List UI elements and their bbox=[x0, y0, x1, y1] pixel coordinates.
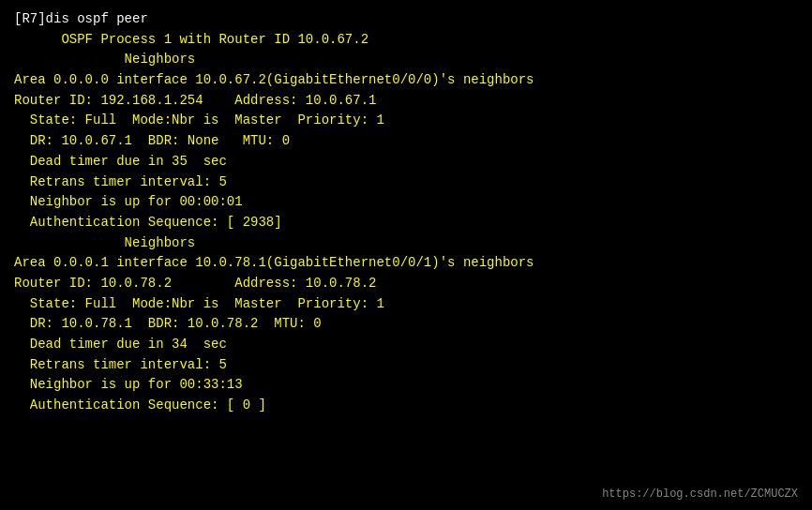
terminal-line-dead2: Dead timer due in 34 sec bbox=[14, 335, 798, 355]
terminal-line-router1: Router ID: 192.168.1.254 Address: 10.0.6… bbox=[14, 91, 798, 112]
terminal-line-process: OSPF Process 1 with Router ID 10.0.67.2 bbox=[14, 30, 798, 51]
watermark: https://blog.csdn.net/ZCMUCZX bbox=[602, 488, 798, 501]
terminal-line-retrans1: Retrans timer interval: 5 bbox=[14, 172, 798, 193]
terminal-window: [R7]dis ospf peer OSPF Process 1 with Ro… bbox=[0, 0, 812, 510]
terminal-line-dead1: Dead timer due in 35 sec bbox=[14, 152, 798, 172]
terminal-line-state1: State: Full Mode:Nbr is Master Priority:… bbox=[14, 111, 798, 131]
terminal-content: [R7]dis ospf peer OSPF Process 1 with Ro… bbox=[14, 9, 798, 416]
terminal-line-neighbors2: Neighbors bbox=[14, 233, 798, 254]
terminal-line-area1: Area 0.0.0.0 interface 10.0.67.2(Gigabit… bbox=[14, 70, 798, 91]
terminal-line-retrans2: Retrans timer interval: 5 bbox=[14, 355, 798, 376]
terminal-line-area2: Area 0.0.0.1 interface 10.0.78.1(Gigabit… bbox=[14, 253, 798, 274]
terminal-line-neighbors1: Neighbors bbox=[14, 50, 798, 70]
terminal-line-auth2: Authentication Sequence: [ 0 ] bbox=[14, 396, 798, 416]
terminal-line-dr1: DR: 10.0.67.1 BDR: None MTU: 0 bbox=[14, 131, 798, 152]
terminal-line-state2: State: Full Mode:Nbr is Master Priority:… bbox=[14, 294, 798, 315]
terminal-line-neighbor1: Neighbor is up for 00:00:01 bbox=[14, 192, 798, 213]
terminal-line-auth1: Authentication Sequence: [ 2938] bbox=[14, 213, 798, 233]
terminal-line-cmd: [R7]dis ospf peer bbox=[14, 9, 798, 30]
terminal-line-neighbor2: Neighbor is up for 00:33:13 bbox=[14, 375, 798, 396]
terminal-line-router2: Router ID: 10.0.78.2 Address: 10.0.78.2 bbox=[14, 274, 798, 294]
terminal-line-dr2: DR: 10.0.78.1 BDR: 10.0.78.2 MTU: 0 bbox=[14, 314, 798, 335]
